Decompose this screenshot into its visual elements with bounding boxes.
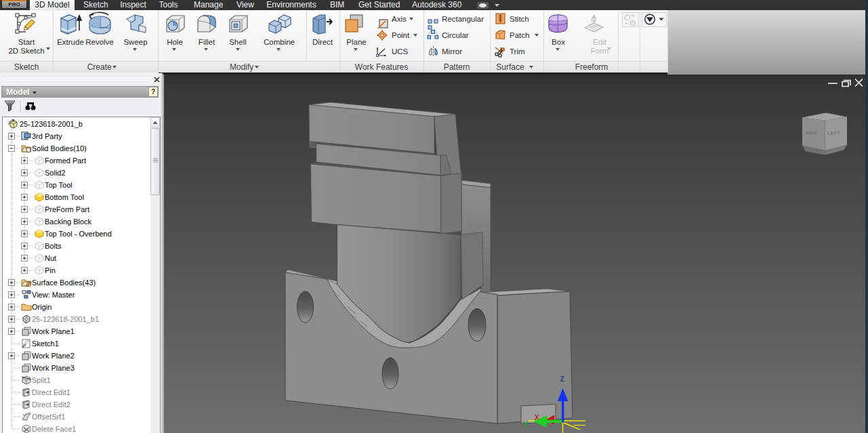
svg-text:Z: Z [560,375,564,383]
svg-text:BACK: BACK [806,131,818,135]
svg-text:Y: Y [523,421,528,428]
svg-text:LEFT: LEFT [827,130,840,136]
